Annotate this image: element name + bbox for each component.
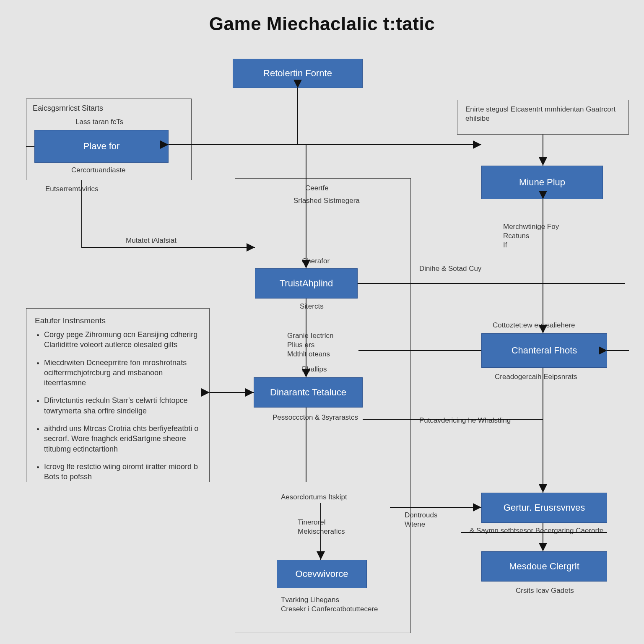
block-ocvw: Ocevwivorce (277, 560, 367, 588)
notes-box: Eatufer Instnsments Corgy pege Zihromung… (26, 308, 210, 482)
block-mesdoue: Mesdoue Clergrlt (481, 551, 607, 582)
block-miune: Miune Plup (481, 166, 603, 199)
lbl-sagmn: & Saymn sethtsesor Becergaring Caerorte (470, 526, 603, 535)
lbl-ceerte: Ceertfe (305, 184, 329, 193)
lbl-crsits: Crsits Icav Gadets (516, 586, 574, 595)
notes-item: aithdrd uns Mtrcas Crotria chts berfiyef… (44, 423, 201, 454)
lbl-sitercts: Sitercts (300, 302, 324, 311)
lbl-pessocccton: Pessocccton & 3syrarastcs (273, 413, 358, 422)
stats-container-title: Eaicsgsrnricst Sitarts (33, 104, 103, 113)
notes-item: Icrovg lfe restctio wiing oiromt iiratte… (44, 462, 201, 482)
block-chantral: Chanteral Fhots (481, 333, 607, 368)
lbl-dinihe: Dinihe & Sotad Cuy (419, 264, 481, 273)
stats-sub-label: Lass taran fcTs (75, 117, 123, 127)
lbl-mutatet: Mutatet iAlafsiat (126, 236, 177, 245)
block-gertur: Gertur. Erusrsvnves (481, 493, 607, 523)
lbl-tvarking: Tvarking Lihegans Cresekr i Canfercatbot… (281, 595, 378, 614)
block-dinamic: Dinarantc Tetaluce (254, 377, 363, 408)
notes-item: Dfirvtctuntis reckuln Starr's celwrti fc… (44, 395, 201, 416)
lbl-phallips: Phallips (302, 365, 327, 374)
block-truist: TruistAhplind (255, 268, 358, 299)
block-top: Retolertin Fornte (233, 59, 363, 88)
lbl-putcavericing: Putcavdericing he Whalstling (419, 416, 511, 425)
stats-under1: Cercortuandiaste (71, 166, 125, 175)
right-top-desc: Enirte stegusl Etcasentrt mmhidentan Gaa… (465, 105, 621, 123)
notes-item: Miecdrwiten Dcneeprritre fon mroshrotnat… (44, 358, 201, 388)
notes-title: Eatufer Instnsments (35, 316, 201, 325)
lbl-granielection: Granie Iectrlcn Plius ers Mdthlt oteans (287, 331, 334, 359)
lbl-tinerorel: Tinerorel Mekischerafics (298, 518, 345, 536)
lbl-creadoger: Creadogercaih Eeipsnrats (495, 372, 577, 382)
lbl-srlashed: Srlashed Sistmegera (293, 196, 360, 205)
lbl-cherafor: Cherafor (302, 257, 330, 266)
lbl-cottoztor: Cottoztet:ew euesaliehere (493, 321, 575, 330)
lbl-aesorclortums: Aesorclortums Itskipt (281, 493, 347, 502)
lbl-merchwtinige: Merchwtinige Foy Rcatuns If (503, 222, 559, 250)
notes-item: Corgy pege Zihromung ocn Eansijing cdher… (44, 330, 201, 350)
notes-list: Corgy pege Zihromung ocn Eansijing cdher… (35, 330, 201, 482)
stats-under2: Eutserremt/virics (45, 184, 99, 194)
lbl-dontrouds: Dontrouds Wtene (405, 511, 437, 529)
diagram-title: Game Miechaclalic t:tatic (0, 13, 644, 34)
block-player: Plave for (34, 130, 169, 163)
